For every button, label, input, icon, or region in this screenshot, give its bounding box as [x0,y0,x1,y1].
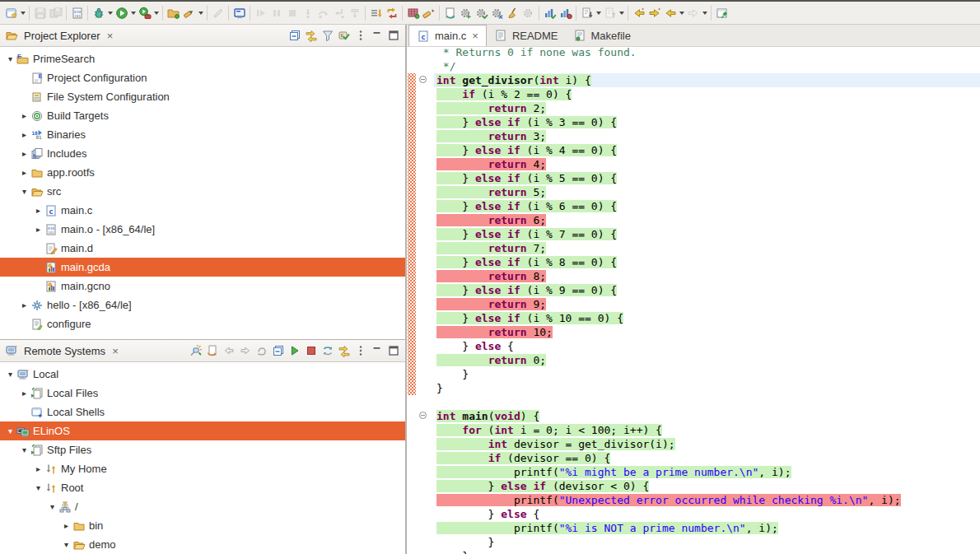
make-target-icon[interactable] [384,4,399,22]
code-line-28[interactable]: for (int i = 0; i < 100; i++) { [407,423,980,437]
collapse-arrow-icon[interactable]: ▾ [4,426,16,435]
link-editor-icon[interactable] [336,342,352,360]
code-line-17[interactable]: return 8; [407,269,980,283]
dropdown-caret-icon[interactable] [129,4,137,22]
clean-broom-icon[interactable] [505,4,520,22]
stop-red-icon[interactable] [303,342,320,360]
tree-item-hello-x86-64-le[interactable]: ▸hello - [x86_64/le] [0,296,405,314]
collapse-arrow-icon[interactable]: ▾ [18,445,30,454]
nav-refresh-icon[interactable] [254,342,270,360]
code-line-13[interactable]: return 6; [407,213,980,227]
last-edit-forward-icon[interactable] [646,4,662,22]
remote-systems-view-tab[interactable]: Remote Systems × [5,344,121,357]
code-line-37[interactable]: } [407,549,980,554]
tree-item-file-system-configuration[interactable]: File System Configuration [0,87,405,106]
tree-item-src[interactable]: ▾src [0,182,405,201]
tree-item-main-d[interactable]: main.d [0,239,405,258]
expand-arrow-icon[interactable]: ▸ [18,300,30,310]
tree-item-local-files[interactable]: ▸Local Files [0,384,405,403]
new-wizard-icon[interactable] [3,4,19,22]
fold-collapse-icon[interactable] [419,412,427,419]
open-folder-icon[interactable] [166,4,181,22]
terminal-icon[interactable] [231,4,247,22]
code-line-33[interactable]: printf("Unexpected error occurred while … [407,493,980,507]
tree-item-main-gcno[interactable]: main.gcno [0,277,405,296]
code-line-10[interactable]: } else if (i % 5 == 0) { [407,171,980,185]
code-line-24[interactable]: } [407,367,980,381]
code-line-30[interactable]: if (devisor == 0) { [407,451,980,465]
collapse-all-icon[interactable] [270,342,287,360]
run-icon[interactable] [114,4,129,22]
refresh-teal-icon[interactable] [320,342,336,360]
code-line-15[interactable]: return 7; [407,241,980,255]
profile-pencil-icon[interactable] [421,4,436,22]
expand-arrow-icon[interactable]: ▸ [60,521,72,530]
dropdown-caret-icon[interactable] [19,4,26,22]
code-line-3[interactable]: int get_divisor(int i) { [407,73,980,87]
code-line-23[interactable]: return 0; [407,353,980,367]
last-edit-back-icon[interactable] [631,4,646,22]
tree-item-project-configuration[interactable]: EProject Configuration [0,68,405,87]
code-line-32[interactable]: } else if (devisor < 0) { [407,479,980,493]
collapse-arrow-icon[interactable]: ▾ [32,483,44,492]
tree-item-build-targets[interactable]: ▸Build Targets [0,106,405,125]
tree-item-local[interactable]: ▾Local [0,365,405,384]
expand-arrow-icon[interactable]: ▸ [18,389,30,398]
maximize-icon[interactable] [385,26,402,44]
code-line-9[interactable]: return 4; [407,157,980,171]
tree-item-main-gcda[interactable]: main.gcda [0,258,405,277]
build-cross-icon[interactable] [489,4,505,22]
project-explorer-view-tab[interactable]: Project Explorer × [5,29,115,42]
collapse-arrow-icon[interactable]: ▾ [4,370,16,379]
collapse-arrow-icon[interactable]: ▾ [4,54,16,63]
tree-item-sftp-files[interactable]: ▾Sftp Files [0,440,405,459]
code-line-22[interactable]: } else { [407,339,980,353]
editor-tab-main-c[interactable]: cmain.c× [408,25,487,46]
binary-console-icon[interactable]: 010101 [69,4,85,22]
code-line-19[interactable]: return 9; [407,297,980,311]
tree-item-main-o-x86-64-le[interactable]: ▸010101main.o - [x86_64/le] [0,220,405,239]
minimize-icon[interactable] [369,342,385,360]
coverage-chart-icon[interactable] [542,4,558,22]
code-line-14[interactable]: } else if (i % 7 == 0) { [407,227,980,241]
code-line-27[interactable]: int main(void) { [407,409,980,423]
expand-arrow-icon[interactable]: ▸ [32,206,44,215]
coverage-run-icon[interactable] [137,4,152,22]
tree-item-local-shells[interactable]: Local Shells [0,403,405,421]
tree-item-root[interactable]: ▾Root [0,478,405,497]
dropdown-caret-icon[interactable] [106,4,114,22]
dropdown-caret-icon[interactable] [197,4,204,22]
rs-new-conn-icon[interactable] [188,342,204,360]
nav-back-yellow-icon[interactable] [662,4,678,22]
dropdown-caret-icon[interactable] [152,4,160,22]
tree-item-includes[interactable]: ▸hIncludes [0,144,405,163]
editor-body[interactable]: * Returns 0 if none was found. */int get… [407,47,980,554]
expand-arrow-icon[interactable]: ▸ [18,111,30,120]
tree-item-primesearch[interactable]: ▾EPrimeSearch [0,49,405,68]
next-annotation-icon[interactable] [579,4,595,22]
code-line-7[interactable]: return 3; [407,129,980,143]
tree-item-main-c[interactable]: ▸cmain.c [0,201,405,220]
code-line-34[interactable]: } else { [407,507,980,521]
code-line-25[interactable]: } [407,381,980,395]
expand-arrow-icon[interactable]: ▸ [18,130,30,139]
build-check-icon[interactable] [474,4,489,22]
play-green-icon[interactable] [287,342,303,360]
view-menu-icon[interactable] [352,342,369,360]
expand-arrow-icon[interactable]: ▸ [32,464,44,473]
debug-icon[interactable] [91,4,106,22]
maximize-icon[interactable] [385,342,402,360]
refresh-file-icon[interactable] [442,4,458,22]
tree-item-my-home[interactable]: ▸My Home [0,459,405,478]
tree-item-elinos[interactable]: ▾ELinOS [0,421,405,440]
collapse-arrow-icon[interactable]: ▾ [60,540,72,549]
close-view-icon[interactable]: × [104,30,115,42]
tree-item-demo[interactable]: ▾demo [0,535,405,554]
fold-collapse-icon[interactable] [419,76,427,83]
pin-editor-icon[interactable] [714,4,730,22]
nav-forward-icon[interactable] [237,342,254,360]
minimize-icon[interactable] [369,26,385,44]
code-line-2[interactable]: */ [407,59,980,73]
code-line-36[interactable]: } [407,535,980,549]
code-line-5[interactable]: return 2; [407,101,980,115]
